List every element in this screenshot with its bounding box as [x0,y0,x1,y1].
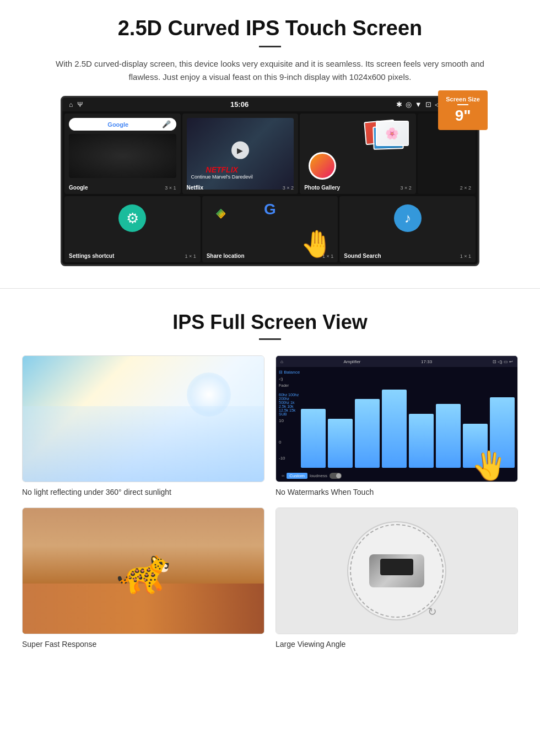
flower-image [309,152,336,180]
amp-sidebar: ⊟ Balance ◁) Fader 60hz 100hz 200hz 500h… [279,370,301,479]
section-curved-screen: 2.5D Curved IPS Touch Screen With 2.5D c… [0,0,540,277]
section-divider [0,288,540,289]
car-image: ↻ [276,508,517,634]
photo-gallery-cell: 🌸 Photo Gallery 3 × 2 [300,114,416,194]
google-label: Google [69,185,88,191]
screen-size-badge: Screen Size 9" [438,90,488,130]
amp-bar-5 [409,414,434,468]
section-ips-view: IPS Full Screen View No light reflecting… [0,300,540,665]
amplifier-image: ⌂ Amplifier 17:33 ⊡ ◁) ▭ ↩ ⊟ Balance ◁) … [276,356,517,482]
netflix-play-button: ▶ [231,142,249,159]
extra-size: 2 × 2 [460,185,471,191]
car-body [369,554,424,587]
image-card-amplifier: ⌂ Amplifier 17:33 ⊡ ◁) ▭ ↩ ⊟ Balance ◁) … [276,355,518,496]
google-size: 3 × 1 [165,185,176,191]
photo-stack: 🌸 [304,118,412,190]
music-icon-wrap: ♪ [339,196,476,240]
netflix-subtitle: Continue Marvel's Daredevil [191,174,253,180]
image-grid: No light reflecting under 360° direct su… [22,355,518,649]
device-mockup: Screen Size 9" ⌂ Ψ 15:06 ✱ ◎ ▼ ⊡ ◁) ✕ [61,96,479,266]
amp-title: Amplifier [343,359,360,364]
location-icon: ◎ [406,100,412,109]
section1-description: With 2.5D curved-display screen, this de… [44,57,496,84]
amp-bar-6 [436,404,461,468]
arrow-indicator: ↻ [428,605,437,618]
amp-bar-4 [382,390,407,468]
mic-icon: 🎤 [162,120,171,128]
section2-underline [259,338,281,340]
photo-card-3: 🌸 [376,121,409,146]
settings-size: 1 × 1 [185,253,196,259]
amplifier-caption: No Watermarks When Touch [276,488,518,496]
share-location-cell: G ◈ 🤚 Share location 1 × 1 [202,196,338,262]
google-g-icon: G [264,201,276,218]
image-box-cheetah: 🐆 [22,507,264,634]
gear-icon: ⚙ [118,204,146,232]
home-icon: ⌂ [69,101,73,109]
sound-search-size: 1 × 1 [460,253,471,259]
share-location-size: 1 × 1 [322,253,333,259]
settings-cell: ⚙ Settings shortcut 1 × 1 [64,196,201,262]
amp-hand-icon: 🖐 [472,450,506,482]
sunlight-image [23,356,264,482]
badge-title: Screen Size [446,96,480,102]
google-cell: Google 🎤 Google 3 × 1 [64,114,181,194]
image-card-car: ↻ Large Viewing Angle [276,507,518,649]
google-cell-bg [69,134,176,178]
cheetah-caption: Super Fast Response [22,640,264,649]
car-circle: ↻ [347,521,446,620]
image-box-amplifier: ⌂ Amplifier 17:33 ⊡ ◁) ▭ ↩ ⊟ Balance ◁) … [276,355,518,482]
device-statusbar: ⌂ Ψ 15:06 ✱ ◎ ▼ ⊡ ◁) ✕ ▭ ↩ [62,98,478,111]
music-icon: ♪ [394,204,422,232]
statusbar-time: 15:06 [230,100,249,109]
amp-bar-1 [301,409,326,468]
section1-title: 2.5D Curved IPS Touch Screen [33,17,507,40]
amp-bar-2 [328,419,353,468]
settings-icon-wrap: ⚙ [64,196,201,240]
netflix-size: 3 × 2 [283,185,294,191]
title-underline [259,46,281,47]
netflix-info: NETFLIX Continue Marvel's Daredevil [191,165,253,180]
image-box-sunlight [22,355,264,482]
photo-gallery-label: Photo Gallery [304,185,340,191]
image-box-car: ↻ [276,507,518,634]
image-card-sunlight: No light reflecting under 360° direct su… [22,355,264,496]
amp-home-icon: ⌂ [280,359,283,364]
amp-top-bar: ⌂ Amplifier 17:33 ⊡ ◁) ▭ ↩ [276,356,517,367]
device-grid-row2: ⚙ Settings shortcut 1 × 1 G ◈ 🤚 Share lo… [62,196,478,264]
car-roof [380,559,413,575]
amp-icons: ⊡ ◁) ▭ ↩ [493,359,513,364]
camera-icon: ⊡ [425,100,431,109]
statusbar-left: ⌂ Ψ [69,101,83,109]
section2-title: IPS Full Screen View [22,311,518,334]
cheetah-image: 🐆 [23,508,264,634]
device-screen: ⌂ Ψ 15:06 ✱ ◎ ▼ ⊡ ◁) ✕ ▭ ↩ [61,96,479,266]
usb-icon: Ψ [77,101,83,109]
sunlight-caption: No light reflecting under 360° direct su… [22,488,264,496]
device-grid-row1: Google 🎤 Google 3 × 1 ▶ NETFLIX [62,111,478,196]
photo-gallery-size: 3 × 2 [400,185,411,191]
sound-search-label: Sound Search [344,253,381,259]
bluetooth-icon: ✱ [396,100,402,109]
netflix-label: Netflix [187,185,204,191]
amp-time: 17:33 [421,359,432,364]
badge-underline [457,104,468,105]
share-location-img: G ◈ 🤚 [202,196,338,262]
netflix-cell: ▶ NETFLIX Continue Marvel's Daredevil Ne… [182,114,299,194]
badge-size: 9" [446,107,480,125]
image-card-cheetah: 🐆 Super Fast Response [22,507,264,649]
google-logo: Google [74,121,162,128]
sound-search-cell: ♪ Sound Search 1 × 1 [339,196,476,262]
share-location-label: Share location [207,253,245,259]
google-cell-content [69,134,176,178]
google-search-bar: Google 🎤 [69,118,176,131]
wifi-icon: ▼ [415,100,422,109]
netflix-bg: ▶ NETFLIX Continue Marvel's Daredevil [187,118,294,190]
amp-bar-3 [355,399,380,468]
car-caption: Large Viewing Angle [276,640,518,649]
netflix-logo: NETFLIX [191,165,253,174]
settings-label: Settings shortcut [69,253,114,259]
